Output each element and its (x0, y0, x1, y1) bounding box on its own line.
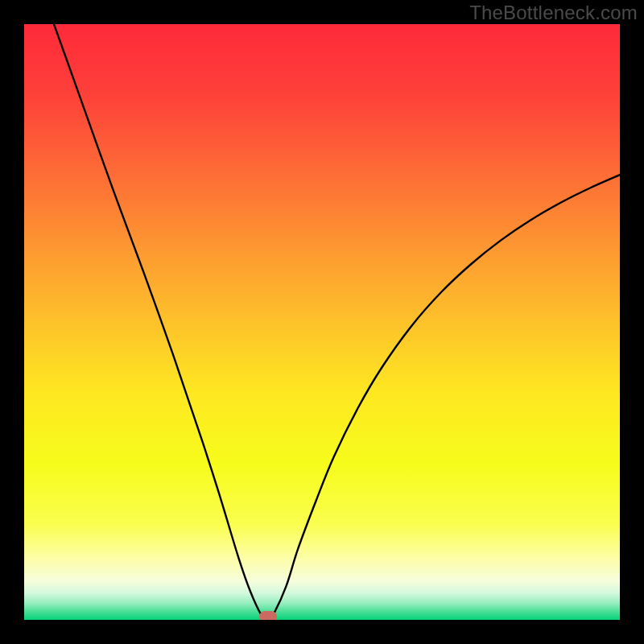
optimal-point-marker (259, 611, 277, 620)
plot-area (24, 24, 620, 620)
chart-background (24, 24, 620, 620)
chart-svg (24, 24, 620, 620)
chart-frame: TheBottleneck.com (0, 0, 644, 644)
watermark-text: TheBottleneck.com (469, 2, 638, 24)
